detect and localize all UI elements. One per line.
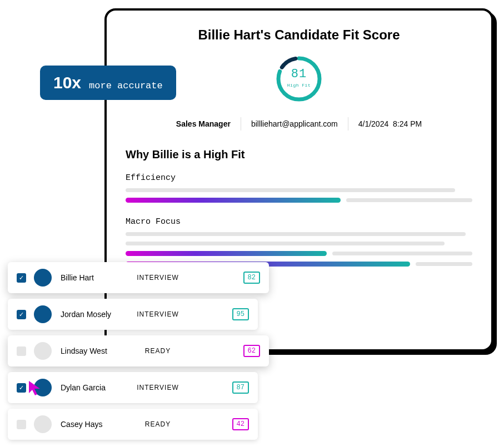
divider <box>348 117 348 130</box>
candidate-name: Dylan Garcia <box>61 383 127 392</box>
bar-background <box>126 188 455 192</box>
role-text: Sales Manager <box>176 119 231 128</box>
divider <box>241 117 241 130</box>
metric-label: Macro Focus <box>126 217 472 227</box>
status-text: INTERVIEW <box>127 310 188 318</box>
accuracy-badge: 10x more accurate <box>40 66 176 100</box>
gauge-wrap: 81 High Fit <box>126 55 472 103</box>
candidate-row[interactable]: ✓Dylan GarciaINTERVIEW87 <box>8 372 258 403</box>
status-text: READY <box>127 420 188 428</box>
candidate-name: Lindsay West <box>61 346 127 355</box>
bar-tail <box>416 262 472 266</box>
why-heading: Why Billie is a High Fit <box>126 148 472 161</box>
bar-background <box>126 232 466 236</box>
candidate-name: Jordan Mosely <box>61 310 127 319</box>
card-title: Billie Hart's Candidate Fit Score <box>126 27 472 43</box>
avatar <box>34 269 52 287</box>
score-badge: 62 <box>243 345 260 357</box>
candidate-row[interactable]: ✓Jordan MoselyINTERVIEW95 <box>8 299 258 330</box>
checkbox[interactable]: ✓ <box>17 383 26 393</box>
metric-efficiency: Efficiency <box>126 173 472 203</box>
metric-label: Efficiency <box>126 173 472 183</box>
candidate-row[interactable]: Lindsay WestREADY62 <box>8 335 269 366</box>
gauge-score: 81 <box>275 67 323 81</box>
cursor-icon <box>28 380 43 396</box>
fit-score-gauge: 81 High Fit <box>275 55 323 103</box>
candidate-name: Casey Hays <box>61 420 127 429</box>
checkbox[interactable] <box>17 420 26 429</box>
score-badge: 95 <box>232 308 249 320</box>
bar-background <box>126 242 445 245</box>
score-badge: 87 <box>232 381 249 394</box>
badge-text: more accurate <box>89 81 163 91</box>
candidate-name: Billie Hart <box>61 273 127 282</box>
status-text: INTERVIEW <box>127 274 188 282</box>
status-text: READY <box>127 347 188 355</box>
email-text: billliehart@applicant.com <box>251 119 338 128</box>
metric-bar <box>126 251 327 256</box>
checkbox[interactable]: ✓ <box>17 310 26 319</box>
bar-tail <box>346 198 472 202</box>
metric-bar <box>126 198 341 203</box>
candidate-list: ✓Billie HartINTERVIEW82✓Jordan MoselyINT… <box>8 262 258 445</box>
avatar <box>34 415 52 433</box>
score-badge: 82 <box>243 272 260 284</box>
avatar <box>34 342 52 360</box>
candidate-row[interactable]: Casey HaysREADY42 <box>8 409 258 440</box>
badge-number: 10x <box>53 73 81 92</box>
checkbox[interactable] <box>17 346 26 356</box>
date-text: 4/1/2024 8:24 PM <box>358 119 422 128</box>
checkbox[interactable]: ✓ <box>17 273 26 283</box>
candidate-row[interactable]: ✓Billie HartINTERVIEW82 <box>8 262 269 293</box>
gauge-label: High Fit <box>275 83 323 88</box>
bar-tail <box>332 252 472 255</box>
status-text: INTERVIEW <box>127 384 188 391</box>
meta-row: Sales Manager billliehart@applicant.com … <box>126 117 472 130</box>
score-badge: 42 <box>232 418 249 430</box>
avatar <box>34 305 52 323</box>
